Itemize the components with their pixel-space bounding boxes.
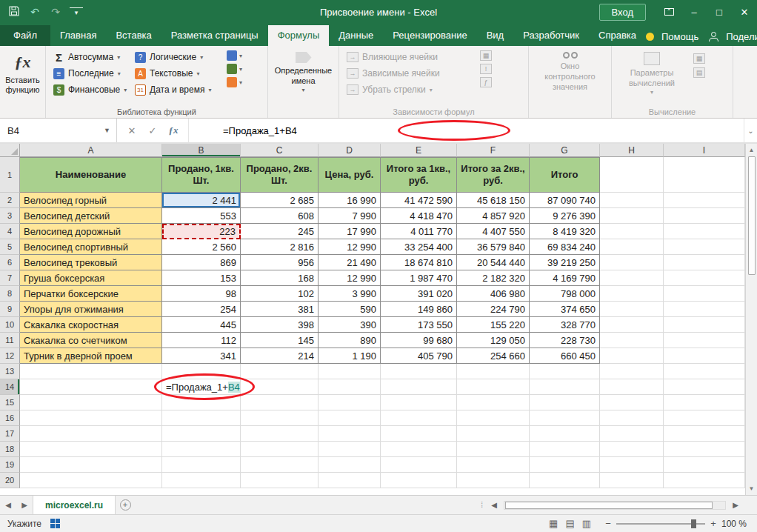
cell-H3[interactable] [600, 208, 664, 224]
cell-G19[interactable] [530, 457, 600, 473]
cell-G10[interactable]: 328 770 [530, 317, 600, 333]
cell-I9[interactable] [664, 302, 745, 317]
cell-G9[interactable]: 374 650 [530, 302, 600, 317]
trace-precedents-button[interactable]: →Влияющие ячейки [344, 49, 476, 65]
sheet-tab-microexcel[interactable]: microexcel.ru [33, 496, 116, 514]
cell-H10[interactable] [600, 317, 664, 333]
cell-I7[interactable] [664, 270, 745, 286]
new-sheet-button[interactable]: + [116, 496, 135, 514]
cell-G4[interactable]: 8 419 320 [530, 224, 600, 239]
cell-F9[interactable]: 224 790 [457, 302, 530, 317]
cell-H6[interactable] [600, 255, 664, 270]
cell-D5[interactable]: 12 990 [319, 239, 381, 255]
cell-H19[interactable] [600, 457, 664, 473]
scroll-down-icon[interactable]: ▼ [749, 482, 755, 495]
row-header-19[interactable]: 19 [0, 457, 20, 473]
cell-D7[interactable]: 12 990 [319, 270, 381, 286]
cell-E12[interactable]: 405 790 [381, 348, 457, 364]
formula-input[interactable]: =Продажа_1+B4 [189, 119, 744, 142]
cell-H13[interactable] [600, 364, 664, 379]
cell-G12[interactable]: 660 450 [530, 348, 600, 364]
row-header-18[interactable]: 18 [0, 442, 20, 457]
cell-E1[interactable]: Итого за 1кв., руб. [381, 157, 457, 193]
cell-D1[interactable]: Цена, руб. [319, 157, 381, 193]
cell-C11[interactable]: 145 [241, 333, 319, 348]
cell-H20[interactable] [600, 473, 664, 488]
tab-home[interactable]: Главная [50, 25, 106, 46]
cell-H18[interactable] [600, 442, 664, 457]
sign-in-button[interactable]: Вход [599, 4, 646, 21]
cell-C1[interactable]: Продано, 2кв. Шт. [241, 157, 319, 193]
row-header-13[interactable]: 13 [0, 364, 20, 379]
cell-H12[interactable] [600, 348, 664, 364]
cell-D16[interactable] [319, 410, 381, 426]
vertical-scrollbar[interactable]: ▲ ▼ [745, 144, 757, 495]
cell-C7[interactable]: 168 [241, 270, 319, 286]
cell-A6[interactable]: Велосипед трековый [20, 255, 162, 270]
cell-I13[interactable] [664, 364, 745, 379]
cell-B15[interactable] [162, 395, 241, 410]
cell-G17[interactable] [530, 426, 600, 442]
insert-function-icon[interactable]: ƒx [163, 124, 184, 136]
cell-H8[interactable] [600, 286, 664, 302]
tab-developer[interactable]: Разработчик [513, 25, 589, 46]
cell-I8[interactable] [664, 286, 745, 302]
zoom-slider[interactable] [616, 523, 705, 525]
cell-B8[interactable]: 98 [162, 286, 241, 302]
cell-F4[interactable]: 4 407 550 [457, 224, 530, 239]
cell-E2[interactable]: 41 472 590 [381, 193, 457, 208]
cell-G13[interactable] [530, 364, 600, 379]
cell-I11[interactable] [664, 333, 745, 348]
cell-C8[interactable]: 102 [241, 286, 319, 302]
cell-D19[interactable] [319, 457, 381, 473]
cell-G14[interactable] [530, 379, 600, 395]
cell-A20[interactable] [20, 473, 162, 488]
cell-A13[interactable] [20, 364, 162, 379]
cell-B5[interactable]: 2 560 [162, 239, 241, 255]
cell-E13[interactable] [381, 364, 457, 379]
customize-quick-access-icon[interactable]: ▾ [70, 7, 83, 16]
row-header-3[interactable]: 3 [0, 208, 20, 224]
cell-E10[interactable]: 173 550 [381, 317, 457, 333]
cell-B16[interactable] [162, 410, 241, 426]
cell-G5[interactable]: 69 834 240 [530, 239, 600, 255]
cell-A15[interactable] [20, 395, 162, 410]
autosum-button[interactable]: ΣАвтосумма▾ [50, 49, 130, 65]
scroll-up-icon[interactable]: ▲ [749, 144, 755, 156]
cell-I18[interactable] [664, 442, 745, 457]
cell-H9[interactable] [600, 302, 664, 317]
column-header-H[interactable]: H [600, 144, 664, 157]
financial-button[interactable]: $Финансовые▾ [50, 82, 130, 98]
cell-D6[interactable]: 21 490 [319, 255, 381, 270]
cell-F11[interactable]: 129 050 [457, 333, 530, 348]
cell-I4[interactable] [664, 224, 745, 239]
cell-F1[interactable]: Итого за 2кв., руб. [457, 157, 530, 193]
row-header-6[interactable]: 6 [0, 255, 20, 270]
cell-E14[interactable] [381, 379, 457, 395]
cell-E8[interactable]: 391 020 [381, 286, 457, 302]
row-header-12[interactable]: 12 [0, 348, 20, 364]
cell-C18[interactable] [241, 442, 319, 457]
cell-E11[interactable]: 99 680 [381, 333, 457, 348]
cell-B11[interactable]: 112 [162, 333, 241, 348]
row-header-15[interactable]: 15 [0, 395, 20, 410]
cell-A8[interactable]: Перчатки боксерские [20, 286, 162, 302]
cell-A1[interactable]: Наименование [20, 157, 162, 193]
recently-used-button[interactable]: ≡Последние▾ [50, 65, 130, 82]
cell-B6[interactable]: 869 [162, 255, 241, 270]
column-header-C[interactable]: C [241, 144, 319, 157]
cell-C13[interactable] [241, 364, 319, 379]
cell-E4[interactable]: 4 011 770 [381, 224, 457, 239]
help-tab[interactable]: Помощь [646, 31, 709, 46]
row-header-5[interactable]: 5 [0, 239, 20, 255]
cell-D12[interactable]: 1 190 [319, 348, 381, 364]
cell-A19[interactable] [20, 457, 162, 473]
sheet-next-icon[interactable]: ▶ [16, 496, 33, 514]
cell-E6[interactable]: 18 674 810 [381, 255, 457, 270]
zoom-in-icon[interactable]: + [708, 518, 718, 529]
horizontal-scroll-thumb[interactable] [505, 502, 713, 509]
cell-B7[interactable]: 153 [162, 270, 241, 286]
cell-A9[interactable]: Упоры для отжимания [20, 302, 162, 317]
cell-C20[interactable] [241, 473, 319, 488]
tab-insert[interactable]: Вставка [106, 25, 161, 46]
